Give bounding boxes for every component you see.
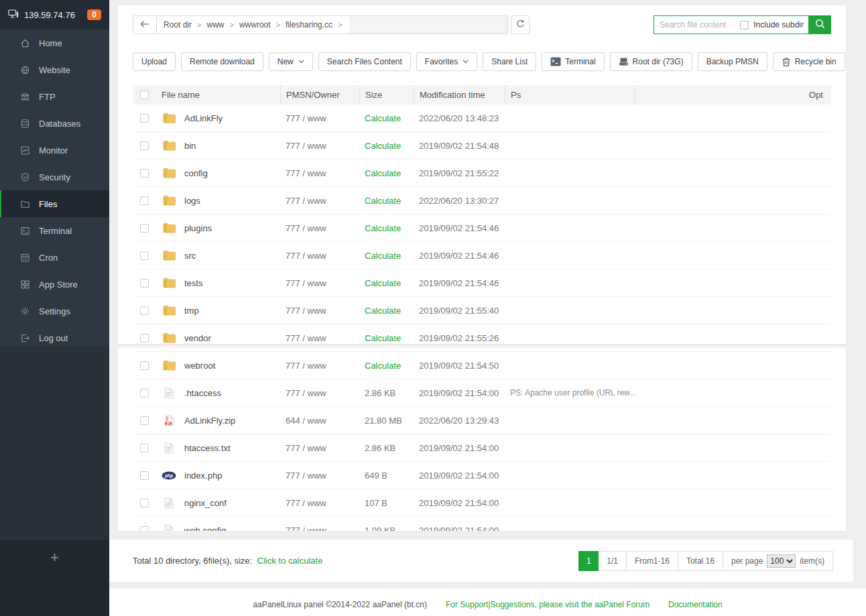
column-header-modification-time[interactable]: Modification time [414,85,505,105]
row-checkbox[interactable] [140,389,149,397]
sidebar-expand-button[interactable]: + [50,549,59,566]
share-list-button[interactable]: Share List [483,52,536,71]
column-header-ps[interactable]: Ps [505,85,635,105]
file-row[interactable]: htaccess.txt777 / www2.86 KB2019/09/02 2… [133,434,831,462]
column-header-size[interactable]: Size [359,85,414,105]
recycle-bin-button[interactable]: Recycle bin [773,52,845,71]
calculate-size-link[interactable]: Calculate [365,333,401,343]
calculate-size-link[interactable]: Calculate [365,168,401,178]
file-name[interactable]: AdLinkFly [184,113,223,123]
file-row[interactable]: tmp777 / wwwCalculate2019/09/02 21:55:40 [133,297,831,324]
row-checkbox[interactable] [140,279,149,288]
backup-pmsn-button[interactable]: Backup PMSN [698,52,767,71]
sidebar-item-logout[interactable]: Log out [0,324,109,351]
search-button[interactable] [808,15,831,34]
breadcrumb-item[interactable]: wwwroot [239,20,271,29]
file-row[interactable]: ZIPAdLinkFly.zip644 / www21.80 MB2022/06… [133,407,831,434]
file-name[interactable]: web.config [184,526,226,532]
column-header-file-name[interactable]: File name [156,85,280,105]
file-row[interactable]: src777 / wwwCalculate2019/09/02 21:54:46 [133,242,831,269]
sidebar-item-settings[interactable]: Settings [0,298,109,324]
sidebar-item-home[interactable]: Home [0,29,109,56]
sidebar-item-monitor[interactable]: Monitor [0,137,109,164]
terminal-button[interactable]: Terminal [542,52,604,71]
file-row[interactable]: web.config777 / www1.09 KB2019/09/02 21:… [133,517,831,531]
calculate-size-link[interactable]: Calculate [365,361,401,371]
page-button-1[interactable]: 1 [578,551,599,571]
file-name[interactable]: tmp [184,306,199,316]
upload-button[interactable]: Upload [133,52,176,71]
file-name[interactable]: src [184,251,196,261]
file-row[interactable]: AdLinkFly777 / wwwCalculate2022/06/20 13… [133,105,831,132]
documentation-link[interactable]: Documentation [668,600,723,609]
file-name[interactable]: nginx_conf [184,498,227,508]
file-row[interactable]: .htaccess777 / www2.86 KB2019/09/02 21:5… [133,379,831,407]
breadcrumb-item[interactable]: www [206,20,224,29]
file-row[interactable]: config777 / wwwCalculate2019/09/02 21:55… [133,160,831,187]
calculate-size-link[interactable]: Calculate [365,223,401,233]
column-header-opt[interactable]: Opt [635,85,831,105]
row-checkbox[interactable] [140,224,149,233]
file-name[interactable]: vendor [184,333,211,343]
file-row[interactable]: tests777 / wwwCalculate2019/09/02 21:54:… [133,269,831,297]
sidebar-item-security[interactable]: Security [0,164,109,190]
back-button[interactable] [133,15,157,34]
file-row[interactable]: vendor777 / wwwCalculate2019/09/02 21:55… [133,324,831,352]
row-checkbox[interactable] [140,499,149,507]
file-row[interactable]: nginx_conf777 / www107 B2019/09/02 21:54… [133,489,831,517]
remote-download-button[interactable]: Remote download [181,52,263,71]
row-checkbox[interactable] [140,334,149,343]
sidebar-item-cron[interactable]: Cron [0,244,109,271]
file-row[interactable]: logs777 / wwwCalculate2022/06/20 13:30:2… [133,187,831,214]
file-name[interactable]: htaccess.txt [184,443,231,453]
search-files-content-button[interactable]: Search Files Content [318,52,411,71]
server-info[interactable]: 139.59.74.76 0 [0,0,109,29]
file-name[interactable]: index.php [184,471,222,481]
row-checkbox[interactable] [140,416,149,425]
root-dir-button[interactable]: Root dir (73G) [610,52,692,71]
row-checkbox[interactable] [140,471,149,480]
per-page-select[interactable]: 100 [767,554,796,568]
sidebar-item-files[interactable]: Files [0,190,109,217]
calculate-size-link[interactable]: Calculate [365,113,401,123]
row-checkbox[interactable] [140,141,149,150]
select-all-checkbox[interactable] [140,90,149,99]
file-name[interactable]: webroot [184,361,215,371]
file-row[interactable]: plugins777 / wwwCalculate2019/09/02 21:5… [133,214,831,242]
row-checkbox[interactable] [140,526,149,532]
file-name[interactable]: logs [184,196,200,206]
column-header-pmsn-owner[interactable]: PMSN/Owner [280,85,359,105]
breadcrumb-item[interactable]: filesharing.cc [286,20,332,29]
row-checkbox[interactable] [140,306,149,315]
row-checkbox[interactable] [140,196,149,205]
new-button[interactable]: New [269,52,313,71]
favorites-button[interactable]: Favorites [416,52,477,71]
message-count-badge[interactable]: 0 [87,9,101,20]
file-row[interactable]: phpindex.php777 / www649 B2019/09/02 21:… [133,462,831,489]
forum-link[interactable]: For Support|Suggestions, please visit th… [446,600,650,609]
row-checkbox[interactable] [140,169,149,178]
row-checkbox[interactable] [140,361,149,370]
refresh-button[interactable] [511,15,530,34]
row-checkbox[interactable] [140,114,149,123]
file-name[interactable]: AdLinkFly.zip [184,416,235,426]
sidebar-item-website[interactable]: Website [0,56,109,83]
file-name[interactable]: bin [184,141,196,151]
row-checkbox[interactable] [140,444,149,452]
calculate-size-link[interactable]: Calculate [365,141,401,151]
row-checkbox[interactable] [140,251,149,260]
calculate-size-link[interactable]: Calculate [365,306,401,316]
breadcrumb-item[interactable]: Root dir [164,20,192,29]
file-row[interactable]: webroot777 / wwwCalculate2019/09/02 21:5… [133,352,831,379]
calculate-size-link[interactable]: Calculate [365,196,401,206]
file-name[interactable]: .htaccess [184,388,221,398]
calculate-size-link[interactable]: Click to calculate [257,556,323,566]
file-name[interactable]: config [184,168,208,178]
include-subdir-checkbox[interactable] [740,21,749,29]
sidebar-item-ftp[interactable]: FTP [0,83,109,110]
search-input[interactable] [654,20,740,29]
sidebar-item-terminal[interactable]: Terminal [0,217,109,244]
calculate-size-link[interactable]: Calculate [365,251,401,261]
file-name[interactable]: tests [184,278,202,288]
sidebar-item-appstore[interactable]: App Store [0,271,109,298]
